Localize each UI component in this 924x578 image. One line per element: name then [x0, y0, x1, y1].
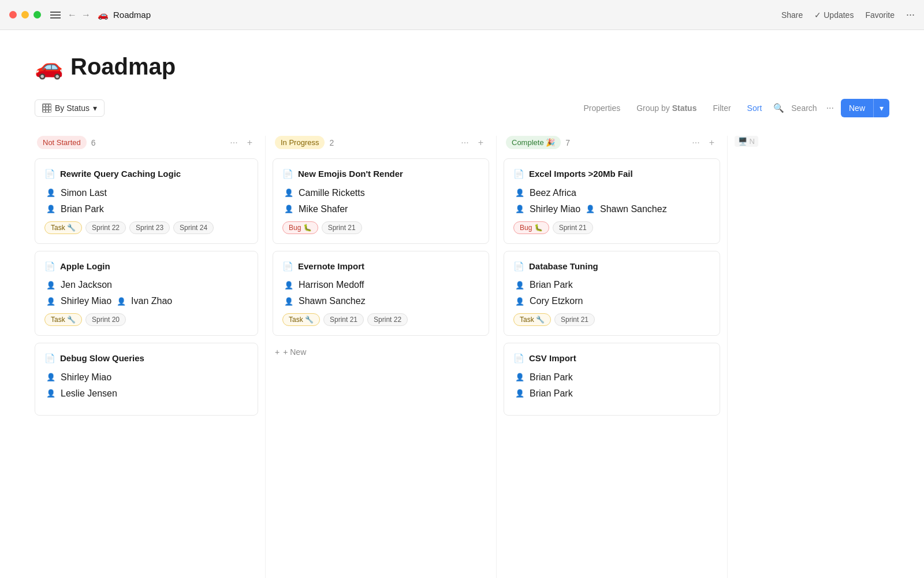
forward-arrow[interactable]: →	[81, 10, 91, 20]
column-add-not-started[interactable]: +	[244, 136, 256, 149]
column-count-complete: 7	[565, 138, 570, 147]
new-button-caret[interactable]: ▾	[873, 99, 889, 117]
avatar: 👤	[584, 203, 597, 216]
assignee-row: 👤 Shirley Miao 👤 Ivan Zhao	[44, 295, 248, 307]
assignee-name: Brian Park	[530, 280, 573, 290]
tag-sprint: Sprint 22	[367, 313, 408, 326]
group-by-button[interactable]: Group by Status	[629, 100, 703, 116]
properties-button[interactable]: Properties	[576, 100, 627, 116]
search-icon[interactable]: 🔍	[771, 99, 787, 117]
assignee-row: 👤 Cory Etzkorn	[513, 295, 710, 307]
tag-sprint: Sprint 21	[553, 221, 593, 234]
new-button-group[interactable]: New ▾	[841, 99, 889, 117]
sidebar-toggle[interactable]	[50, 12, 61, 18]
minimize-button[interactable]	[21, 11, 29, 18]
column-more-not-started[interactable]: ···	[226, 136, 241, 149]
assignee-name: Ivan Zhao	[131, 296, 172, 306]
grid-icon	[42, 103, 51, 113]
assignee-row: 👤 Jen Jackson	[44, 279, 248, 291]
sort-button[interactable]: Sort	[740, 100, 769, 116]
column-actions-not-started: ··· +	[226, 136, 256, 149]
by-status-button[interactable]: By Status ▾	[35, 99, 105, 117]
page-emoji-small: 🚗	[98, 10, 109, 20]
assignee-name: Cory Etzkorn	[530, 296, 583, 306]
assignee-name: Beez Africa	[530, 188, 576, 198]
assignee-row: 👤 Brian Park	[513, 387, 710, 400]
column-add-in-progress[interactable]: +	[475, 136, 487, 149]
card-assignees: 👤 Brian Park 👤 Brian Park	[513, 371, 710, 400]
tag-sprint: Sprint 21	[323, 313, 364, 326]
column-header-not-started: Not Started 6 ··· +	[35, 136, 258, 149]
card-database-tuning[interactable]: 📄 Database Tuning 👤 Brian Park 👤 Cory Et…	[504, 251, 720, 336]
card-assignees: 👤 Camille Ricketts 👤 Mike Shafer	[282, 187, 479, 216]
page-title-small: Roadmap	[113, 10, 151, 20]
assignee-name: Shirley Miao	[530, 204, 580, 214]
card-icon: 📄	[513, 261, 524, 272]
new-button-main[interactable]: New	[841, 99, 873, 117]
share-button[interactable]: Share	[781, 10, 803, 20]
close-button[interactable]	[9, 11, 17, 18]
page-title-row: 🚗 Roadmap	[35, 53, 889, 80]
assignee-row: 👤 Mike Shafer	[282, 203, 479, 216]
column-count-not-started: 6	[91, 138, 96, 147]
assignee-name: Shawn Sanchez	[299, 296, 366, 306]
column-more-in-progress[interactable]: ···	[457, 136, 472, 149]
card-assignees: 👤 Simon Last 👤 Brian Park	[44, 187, 248, 216]
assignee-name: Camille Ricketts	[299, 188, 365, 198]
card-title: New Emojis Don't Render	[298, 168, 403, 180]
toolbar-more-button[interactable]: ···	[822, 101, 839, 116]
search-button[interactable]: Search	[789, 100, 819, 116]
updates-button[interactable]: ✓ Updates	[814, 10, 854, 20]
column-more-complete[interactable]: ···	[688, 136, 703, 149]
avatar: 👤	[115, 295, 128, 307]
tag-type: Task 🔧	[513, 313, 551, 326]
column-header-complete: Complete 🎉 7 ··· +	[504, 136, 720, 149]
assignee-row: 👤 Brian Park	[513, 279, 710, 291]
page-content: 🚗 Roadmap By Status ▾ Properties Group b…	[0, 30, 924, 578]
assignee-row: 👤 Leslie Jensen	[44, 387, 248, 400]
avatar: 👤	[513, 279, 526, 291]
card-debug-slow-queries[interactable]: 📄 Debug Slow Queries 👤 Shirley Miao 👤 Le…	[35, 343, 258, 416]
card-title: Database Tuning	[529, 261, 598, 272]
column-add-complete[interactable]: +	[706, 136, 718, 149]
more-button[interactable]: ···	[906, 9, 915, 21]
add-new-in-progress[interactable]: + + New	[273, 343, 489, 361]
assignee-name: Shirley Miao	[61, 372, 111, 383]
hidden-column-label[interactable]: 🖥️ N	[735, 136, 758, 147]
column-count-in-progress: 2	[329, 138, 334, 147]
avatar: 👤	[44, 387, 57, 400]
assignee-row: 👤 Camille Ricketts	[282, 187, 479, 199]
cards-in-progress: 📄 New Emojis Don't Render 👤 Camille Rick…	[273, 158, 489, 361]
tag-type: Bug 🐛	[282, 221, 318, 234]
card-csv-import[interactable]: 📄 CSV Import 👤 Brian Park 👤 Brian Park	[504, 343, 720, 416]
filter-button[interactable]: Filter	[706, 100, 737, 116]
card-icon: 📄	[282, 261, 293, 272]
status-badge-in-progress: In Progress	[275, 136, 325, 149]
cards-not-started: 📄 Rewrite Query Caching Logic 👤 Simon La…	[35, 158, 258, 416]
assignee-row: 👤 Simon Last	[44, 187, 248, 199]
card-apple-login[interactable]: 📄 Apple Login 👤 Jen Jackson 👤 Shirley Mi…	[35, 251, 258, 336]
assignee-row: 👤 Shirley Miao 👤 Shawn Sanchez	[513, 203, 710, 216]
title-bar: ← → 🚗 Roadmap Share ✓ Updates Favorite ·…	[0, 0, 924, 30]
column-hidden: 🖥️ N	[728, 136, 774, 578]
tag-sprint: Sprint 20	[85, 313, 126, 326]
card-title: Excel Imports >20Mb Fail	[529, 168, 633, 180]
assignee-row: 👤 Shawn Sanchez	[282, 295, 479, 307]
maximize-button[interactable]	[33, 11, 41, 18]
column-in-progress: In Progress 2 ··· + 📄 New Emojis Don't R…	[266, 136, 497, 578]
card-new-emojis[interactable]: 📄 New Emojis Don't Render 👤 Camille Rick…	[273, 158, 489, 244]
assignee-name: Brian Park	[61, 204, 104, 214]
card-tags: Task 🔧 Sprint 22 Sprint 23 Sprint 24	[44, 221, 248, 234]
favorite-button[interactable]: Favorite	[865, 10, 895, 20]
tag-sprint: Sprint 21	[322, 221, 362, 234]
cards-complete: 📄 Excel Imports >20Mb Fail 👤 Beez Africa…	[504, 158, 720, 416]
avatar: 👤	[282, 203, 295, 216]
back-arrow[interactable]: ←	[68, 10, 77, 20]
chevron-down-icon: ▾	[93, 103, 97, 113]
card-tags: Bug 🐛 Sprint 21	[513, 221, 710, 234]
assignee-row: 👤 Brian Park	[513, 371, 710, 384]
card-evernote-import[interactable]: 📄 Evernote Import 👤 Harrison Medoff 👤 Sh…	[273, 251, 489, 336]
card-rewrite-query[interactable]: 📄 Rewrite Query Caching Logic 👤 Simon La…	[35, 158, 258, 244]
card-excel-imports[interactable]: 📄 Excel Imports >20Mb Fail 👤 Beez Africa…	[504, 158, 720, 244]
assignee-name: Brian Park	[530, 388, 573, 399]
